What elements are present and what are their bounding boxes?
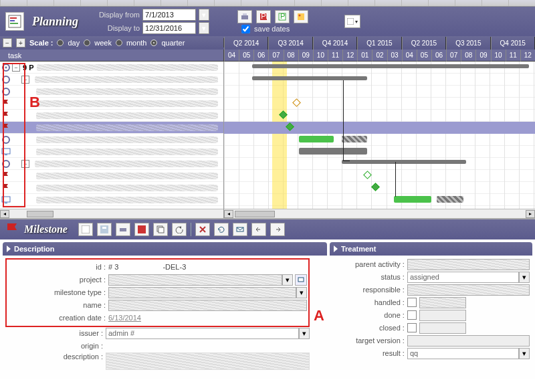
handled-checkbox[interactable]: [407, 298, 417, 307]
svg-text:P: P: [280, 12, 285, 20]
milestone-type-input[interactable]: [108, 287, 296, 298]
chevron-right-icon[interactable]: [7, 246, 11, 252]
undo-button[interactable]: [172, 223, 187, 236]
task-row[interactable]: [0, 134, 223, 146]
new-item-dropdown[interactable]: ▾: [344, 15, 360, 28]
responsible-input[interactable]: [407, 284, 530, 296]
done-checkbox[interactable]: [407, 310, 417, 320]
closed-label: closed :: [332, 324, 407, 332]
save-dates-label: save dates: [254, 25, 290, 33]
svg-rect-2: [10, 20, 15, 21]
id-suffix: -DEL-3: [163, 263, 186, 271]
project-label: project :: [8, 276, 108, 284]
task-row-selected[interactable]: [0, 122, 223, 134]
gantt-bar[interactable]: [394, 196, 431, 203]
svg-rect-4: [241, 15, 248, 19]
issuer-dropdown[interactable]: ▾: [299, 328, 310, 339]
scroll-left-icon[interactable]: ◂: [0, 210, 9, 218]
project-input[interactable]: [108, 274, 282, 286]
issuer-input[interactable]: [106, 328, 299, 339]
description-panel: Description id : # 3 -DEL-3 project : ▾ …: [3, 242, 327, 376]
excel-button[interactable]: P: [275, 10, 290, 23]
scale-day-radio[interactable]: [57, 39, 64, 46]
task-row[interactable]: [0, 194, 223, 206]
scroll-thumb[interactable]: [235, 211, 275, 217]
status-dropdown[interactable]: ▾: [519, 272, 530, 283]
gantt-bar[interactable]: [299, 148, 367, 155]
gantt-scrollbar[interactable]: ◂ ▸: [224, 209, 535, 218]
delete-button[interactable]: [195, 223, 210, 236]
header-toolbar: PDF P: [237, 10, 308, 23]
scale-row: − + Scale : day week month quarter Q2 20…: [0, 36, 535, 50]
task-row[interactable]: [0, 110, 223, 122]
svg-rect-10: [298, 13, 304, 20]
target-version-input[interactable]: [407, 335, 530, 347]
gantt-bar[interactable]: [342, 160, 466, 164]
save-button[interactable]: [97, 223, 112, 236]
milestone-type-dropdown[interactable]: ▾: [296, 287, 307, 298]
annotation-box-a: id : # 3 -DEL-3 project : ▾ milestone ty…: [5, 258, 310, 327]
pdf-button[interactable]: [134, 223, 149, 236]
task-row[interactable]: −: [0, 158, 223, 170]
new-button[interactable]: [78, 223, 93, 236]
scroll-left-icon[interactable]: ◂: [224, 210, 233, 218]
result-input[interactable]: [407, 348, 519, 359]
gantt-pane[interactable]: ◂ ▸: [224, 62, 535, 218]
scroll-thumb[interactable]: [27, 211, 54, 217]
origin-label: origin :: [5, 342, 106, 350]
task-row-root[interactable]: − 9 P: [0, 62, 223, 74]
task-row[interactable]: [0, 182, 223, 194]
gantt-bar[interactable]: [252, 64, 529, 68]
copy-button[interactable]: [153, 223, 168, 236]
status-input[interactable]: [407, 272, 519, 283]
scale-week-radio[interactable]: [84, 39, 90, 46]
task-row[interactable]: [0, 170, 223, 182]
task-scrollbar[interactable]: ◂: [0, 209, 223, 218]
task-row[interactable]: [0, 146, 223, 158]
description-label: description :: [5, 353, 106, 361]
scale-quarter-radio[interactable]: [150, 39, 157, 46]
creation-date-label: creation date :: [8, 314, 108, 322]
display-from-dropdown[interactable]: ▾: [199, 9, 209, 21]
svg-point-11: [299, 14, 301, 16]
display-from-input[interactable]: [142, 9, 196, 21]
collapse-all-button[interactable]: −: [3, 38, 12, 47]
done-date[interactable]: [419, 310, 466, 321]
svg-text:PDF: PDF: [261, 12, 268, 20]
project-goto-button[interactable]: [295, 274, 307, 286]
refresh-button[interactable]: [214, 223, 229, 236]
display-to-input[interactable]: [142, 22, 196, 34]
scroll-right-icon[interactable]: ▸: [526, 210, 535, 218]
handled-date[interactable]: [419, 297, 466, 308]
print-button[interactable]: [237, 10, 252, 23]
save-dates-checkbox[interactable]: [241, 25, 250, 33]
gantt-bar[interactable]: [252, 76, 367, 80]
task-list-pane[interactable]: − 9 P − − B ◂: [0, 62, 224, 218]
detail-header: Milestone: [0, 218, 535, 239]
project-dropdown[interactable]: ▾: [282, 274, 293, 286]
indent-out-button[interactable]: [251, 223, 266, 236]
issuer-label: issuer :: [5, 329, 106, 337]
result-dropdown[interactable]: ▾: [519, 348, 530, 359]
task-row[interactable]: −: [0, 74, 223, 86]
display-to-dropdown[interactable]: ▾: [199, 22, 209, 34]
expand-all-button[interactable]: +: [16, 38, 25, 47]
pdf-button[interactable]: PDF: [256, 10, 271, 23]
chevron-right-icon[interactable]: [334, 246, 338, 252]
print-button[interactable]: [116, 223, 130, 236]
closed-checkbox[interactable]: [407, 323, 417, 332]
id-label: id :: [8, 263, 108, 271]
gantt-bar[interactable]: [299, 136, 334, 142]
parent-activity-input[interactable]: [407, 259, 530, 270]
gantt-bar[interactable]: [437, 196, 463, 203]
svg-rect-5: [243, 13, 247, 15]
name-input[interactable]: [108, 300, 307, 311]
closed-date[interactable]: [419, 322, 466, 334]
scale-month-radio[interactable]: [116, 39, 122, 46]
gantt-bar[interactable]: [342, 136, 367, 142]
image-button[interactable]: [294, 10, 308, 23]
indent-in-button[interactable]: [270, 223, 285, 236]
scale-label: Scale :: [29, 39, 53, 47]
detail-body: Description id : # 3 -DEL-3 project : ▾ …: [0, 239, 535, 379]
mail-button[interactable]: [233, 223, 247, 236]
